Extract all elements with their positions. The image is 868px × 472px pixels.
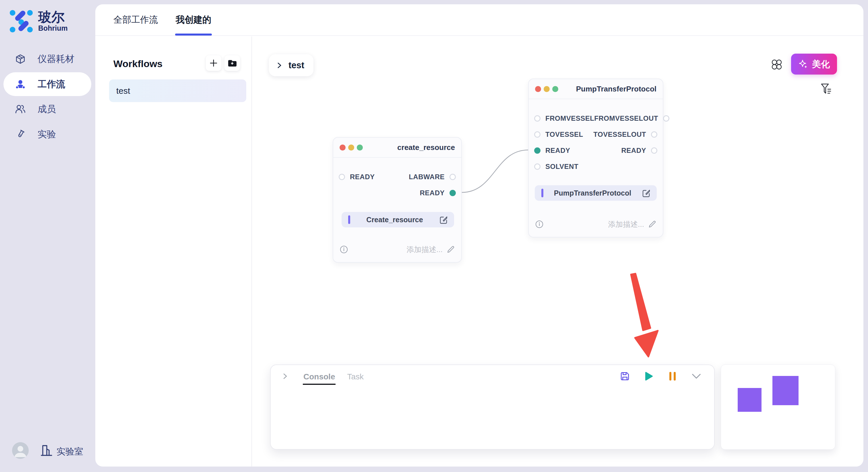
tab-task[interactable]: Task xyxy=(346,368,364,384)
minimap-node-pump-transfer xyxy=(772,376,799,405)
workflows-panel: Workflows test xyxy=(95,36,252,467)
port-label: READY xyxy=(350,173,375,181)
action-accent-bar xyxy=(348,215,350,224)
node-action-button[interactable]: Create_resource xyxy=(342,212,454,227)
port-row: TOVESSEL TOVESSELOUT xyxy=(529,129,663,140)
port-row: SOLVENT xyxy=(529,161,663,173)
filter-icon[interactable] xyxy=(820,83,832,95)
breadcrumb-label: test xyxy=(288,60,304,71)
input-port-fromvessel[interactable]: FROMVESSEL xyxy=(534,114,594,123)
node-header: PumpTransferProtocol xyxy=(529,79,663,99)
node-title: PumpTransferProtocol xyxy=(576,85,656,94)
sidebar-footer: 实验室 xyxy=(0,440,95,466)
traffic-light-yellow-icon xyxy=(544,86,550,92)
node-footer: 添加描述... xyxy=(529,217,663,231)
port-row: READY READY xyxy=(529,144,663,157)
port-label: READY xyxy=(420,189,445,197)
main-panel: 全部工作流 我创建的 Workflows test xyxy=(95,4,863,467)
sidebar-item-label: 成员 xyxy=(38,103,56,115)
lab-label[interactable]: 实验室 xyxy=(57,446,83,458)
port-handle-icon[interactable] xyxy=(534,131,540,138)
port-label: SOLVENT xyxy=(546,163,578,171)
info-icon[interactable] xyxy=(340,245,348,254)
node-action-button[interactable]: PumpTransferProtocol xyxy=(535,185,657,201)
user-avatar[interactable] xyxy=(12,442,29,459)
info-icon[interactable] xyxy=(535,220,544,228)
edit-icon[interactable] xyxy=(439,215,448,224)
description-placeholder[interactable]: 添加描述... xyxy=(608,220,644,229)
pencil-icon[interactable] xyxy=(446,245,455,254)
edge-create-to-pump xyxy=(462,150,528,193)
apps-grid-icon[interactable] xyxy=(771,59,782,70)
edit-icon[interactable] xyxy=(642,189,651,198)
port-handle-icon[interactable] xyxy=(534,115,540,122)
output-port-ready[interactable]: READY xyxy=(420,189,456,197)
traffic-light-green-icon xyxy=(357,144,363,150)
sidebar-item-members[interactable]: 成员 xyxy=(0,97,95,121)
port-row: READY xyxy=(333,187,461,199)
traffic-lights xyxy=(535,86,558,92)
lab-building-icon xyxy=(40,444,53,457)
minimap[interactable] xyxy=(721,365,835,450)
sidebar-item-label: 仪器耗材 xyxy=(38,53,74,65)
port-handle-icon[interactable] xyxy=(651,131,657,138)
port-label: TOVESSELOUT xyxy=(593,131,646,138)
workflow-list-item[interactable]: test xyxy=(109,79,246,102)
import-folder-button[interactable] xyxy=(224,55,240,71)
node-create-resource[interactable]: create_resource READY LABWARE READY xyxy=(333,137,462,263)
pause-icon xyxy=(669,371,677,381)
description-placeholder[interactable]: 添加描述... xyxy=(406,245,443,255)
input-port-solvent[interactable]: SOLVENT xyxy=(534,163,578,171)
tab-console[interactable]: Console xyxy=(303,368,336,384)
port-row: READY LABWARE xyxy=(333,171,461,183)
sidebar-nav: 仪器耗材 工作流 成员 xyxy=(0,47,95,148)
port-handle-icon[interactable] xyxy=(339,174,345,180)
output-port-ready[interactable]: READY xyxy=(621,146,657,155)
output-port-fromvesselout[interactable]: FROMVESSELOUT xyxy=(594,114,670,123)
sidebar-item-label: 工作流 xyxy=(38,78,65,91)
port-label: READY xyxy=(621,146,646,155)
traffic-light-red-icon xyxy=(340,144,346,150)
beautify-button[interactable]: 美化 xyxy=(791,54,837,74)
save-button[interactable] xyxy=(620,371,630,381)
output-port-labware[interactable]: LABWARE xyxy=(409,173,456,181)
package-icon xyxy=(15,54,26,65)
test-tube-icon xyxy=(15,129,26,140)
port-handle-connected-icon[interactable] xyxy=(534,147,540,154)
sidebar-item-workflow[interactable]: 工作流 xyxy=(3,72,91,96)
port-handle-icon[interactable] xyxy=(663,115,670,122)
port-handle-icon[interactable] xyxy=(450,174,456,180)
console-panel: Console Task xyxy=(270,365,715,450)
collapse-console-button[interactable] xyxy=(691,371,702,381)
input-port-ready[interactable]: READY xyxy=(534,146,570,155)
pencil-icon[interactable] xyxy=(648,220,656,228)
avatar-person-icon xyxy=(12,442,29,459)
action-accent-bar xyxy=(541,189,544,197)
tab-my-workflows[interactable]: 我创建的 xyxy=(176,4,211,35)
port-row: FROMVESSEL FROMVESSELOUT xyxy=(529,112,663,125)
beautify-label: 美化 xyxy=(812,58,830,70)
sidebar-item-experiments[interactable]: 实验 xyxy=(0,123,95,146)
port-label: LABWARE xyxy=(409,173,445,181)
chevron-right-icon xyxy=(276,61,283,69)
tab-all-workflows[interactable]: 全部工作流 xyxy=(113,4,158,35)
node-pump-transfer-protocol[interactable]: PumpTransferProtocol FROMVESSEL FROMVESS… xyxy=(528,78,663,237)
breadcrumb-chip[interactable]: test xyxy=(269,54,313,76)
port-handle-connected-icon[interactable] xyxy=(450,190,456,196)
traffic-lights xyxy=(340,144,363,150)
input-port-ready[interactable]: READY xyxy=(339,173,375,181)
input-port-tovessel[interactable]: TOVESSEL xyxy=(534,131,583,138)
output-port-tovesselout[interactable]: TOVESSELOUT xyxy=(593,131,657,138)
add-workflow-button[interactable] xyxy=(206,55,221,71)
workflows-title: Workflows xyxy=(113,58,162,69)
save-floppy-icon xyxy=(620,371,630,381)
port-handle-icon[interactable] xyxy=(651,147,657,154)
workflow-group-icon xyxy=(15,79,26,90)
collapse-chevron-right-icon[interactable] xyxy=(281,372,289,380)
pause-button[interactable] xyxy=(668,371,678,381)
sparkles-icon xyxy=(798,59,809,69)
sidebar-item-instruments[interactable]: 仪器耗材 xyxy=(0,47,95,71)
run-button[interactable] xyxy=(644,371,654,381)
workflow-canvas[interactable]: test 美化 xyxy=(252,36,863,467)
port-handle-icon[interactable] xyxy=(534,164,540,170)
